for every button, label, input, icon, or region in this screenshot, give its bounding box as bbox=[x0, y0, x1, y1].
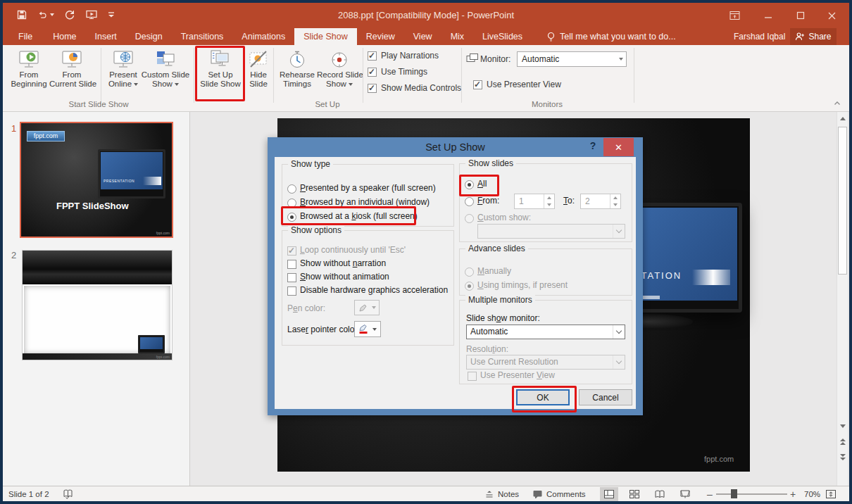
share-label: Share bbox=[808, 32, 831, 42]
tab-liveslides[interactable]: LiveSlides bbox=[473, 28, 532, 45]
notes-toggle[interactable]: Notes bbox=[484, 486, 519, 501]
hide-slide-button[interactable]: Hide Slide bbox=[246, 48, 271, 101]
label-to: To: bbox=[563, 196, 575, 206]
set-up-show-dialog: Set Up Show ? ✕ Show type Presented by a… bbox=[268, 137, 643, 415]
tab-view[interactable]: View bbox=[404, 28, 441, 45]
title-bar: 2088.ppt [Compatibility Mode] - PowerPoi… bbox=[3, 3, 849, 28]
ok-button[interactable]: OK bbox=[516, 389, 570, 405]
tv-band-thumb bbox=[143, 177, 161, 185]
tab-home[interactable]: Home bbox=[44, 28, 85, 45]
dropdown-caret-icon bbox=[134, 83, 138, 86]
zoom-in-icon[interactable]: + bbox=[790, 486, 796, 501]
zoom-slider-thumb[interactable] bbox=[731, 489, 737, 498]
tell-me-box[interactable]: Tell me what you want to do... bbox=[546, 28, 676, 45]
ribbon-display-options-button[interactable] bbox=[718, 3, 751, 28]
slide-show-view-button[interactable] bbox=[676, 487, 694, 501]
checkbox-show-without-animation[interactable] bbox=[287, 273, 296, 282]
scroll-up-icon[interactable] bbox=[838, 113, 848, 124]
radio-using-timings bbox=[465, 282, 474, 291]
quick-access-toolbar bbox=[15, 8, 115, 21]
present-online-button[interactable]: Present Online bbox=[104, 48, 142, 101]
customize-qat-icon[interactable] bbox=[107, 8, 115, 21]
slide-show-monitor-dropdown[interactable]: Automatic bbox=[466, 325, 625, 339]
reading-view-button[interactable] bbox=[651, 487, 669, 501]
checkbox-show-without-narration[interactable] bbox=[287, 260, 296, 269]
redo-icon[interactable] bbox=[63, 8, 76, 21]
cancel-button[interactable]: Cancel bbox=[579, 389, 632, 405]
start-slideshow-icon[interactable] bbox=[85, 8, 98, 21]
tell-me-label: Tell me what you want to do... bbox=[560, 32, 676, 42]
tab-mix[interactable]: Mix bbox=[441, 28, 473, 45]
tab-transitions[interactable]: Transitions bbox=[172, 28, 233, 45]
show-media-controls-checkbox[interactable]: Show Media Controls bbox=[368, 83, 461, 93]
save-icon[interactable] bbox=[15, 8, 28, 21]
share-button[interactable]: Share bbox=[790, 28, 837, 45]
from-beginning-button[interactable]: From Beginning bbox=[8, 48, 49, 101]
tab-review[interactable]: Review bbox=[357, 28, 404, 45]
record-slide-show-button[interactable]: Record Slide Show bbox=[317, 48, 362, 101]
tab-animations[interactable]: Animations bbox=[232, 28, 294, 45]
from-slide-spinner: 1 bbox=[514, 194, 555, 209]
dialog-close-button[interactable]: ✕ bbox=[603, 138, 634, 156]
fit-slide-to-window-icon[interactable] bbox=[825, 486, 837, 501]
use-presenter-view-checkbox[interactable]: Use Presenter View bbox=[473, 80, 561, 89]
maximize-button[interactable] bbox=[784, 3, 817, 28]
tab-insert[interactable]: Insert bbox=[86, 28, 126, 45]
normal-view-button[interactable] bbox=[600, 487, 618, 501]
radio-from-slides[interactable] bbox=[465, 197, 474, 206]
scroll-down-icon[interactable] bbox=[838, 421, 848, 431]
label-use-presenter-view-dialog: Use Presenter View bbox=[480, 370, 555, 380]
previous-slide-icon[interactable] bbox=[838, 436, 848, 447]
use-timings-checkbox[interactable]: Use Timings bbox=[368, 67, 427, 77]
radio-presented-by-speaker[interactable] bbox=[287, 184, 296, 194]
vertical-scrollbar[interactable] bbox=[837, 112, 848, 486]
checkbox-icon bbox=[368, 68, 377, 77]
monitor-dropdown[interactable]: Automatic bbox=[517, 51, 627, 67]
tab-design[interactable]: Design bbox=[126, 28, 172, 45]
group-label-start-slide-show: Start Slide Show bbox=[49, 100, 148, 108]
slide-1-thumbnail[interactable]: fppt.com PRESENTATION FPPT SlideShow fpp… bbox=[20, 122, 173, 238]
comments-toggle[interactable]: Comments bbox=[532, 486, 586, 501]
custom-slide-show-button[interactable]: Custom Slide Show bbox=[141, 48, 190, 101]
collapse-ribbon-icon[interactable] bbox=[832, 99, 842, 107]
next-slide-icon[interactable] bbox=[838, 452, 848, 462]
label-disable-hardware-acceleration: Disable hardware graphics acceleration bbox=[300, 285, 448, 295]
resolution-value: Use Current Resolution bbox=[470, 357, 558, 367]
hide-slide-icon bbox=[246, 49, 270, 70]
rehearse-timings-button[interactable]: Rehearse Timings bbox=[277, 48, 317, 101]
laser-pointer-color-button[interactable] bbox=[354, 321, 381, 337]
present-online-icon bbox=[111, 49, 135, 70]
set-up-slide-show-button[interactable]: Set Up Slide Show bbox=[199, 48, 242, 101]
tab-file[interactable]: File bbox=[7, 28, 44, 45]
checkbox-disable-hardware-acceleration[interactable] bbox=[287, 286, 296, 296]
custom-slide-show-icon bbox=[154, 49, 177, 70]
zoom-level[interactable]: 70% bbox=[804, 486, 820, 501]
spell-check-icon[interactable] bbox=[63, 486, 73, 501]
undo-caret-icon[interactable] bbox=[50, 13, 54, 16]
from-current-slide-button[interactable]: From Current Slide bbox=[49, 48, 94, 101]
zoom-slider-track[interactable] bbox=[716, 493, 787, 495]
dialog-help-button[interactable]: ? bbox=[586, 140, 600, 154]
scrollbar-thumb[interactable] bbox=[838, 127, 847, 275]
minimize-button[interactable] bbox=[752, 3, 784, 28]
label-from: From: bbox=[477, 196, 499, 206]
close-button[interactable] bbox=[815, 3, 848, 28]
user-name[interactable]: Farshad Iqbal bbox=[734, 28, 785, 45]
radio-all-slides[interactable] bbox=[465, 180, 474, 189]
window-title: 2088.ppt [Compatibility Mode] - PowerPoi… bbox=[338, 10, 514, 20]
zoom-out-icon[interactable]: – bbox=[707, 486, 713, 501]
status-bar: Slide 1 of 2 Notes Comments – + 70% bbox=[3, 486, 849, 501]
slide-sorter-view-button[interactable] bbox=[625, 487, 644, 501]
play-narrations-checkbox[interactable]: Play Narrations bbox=[368, 51, 439, 61]
slide-sorter-icon bbox=[629, 489, 640, 499]
custom-show-dropdown bbox=[477, 224, 625, 239]
radio-browsed-by-individual[interactable] bbox=[287, 199, 296, 208]
slide-2-thumbnail[interactable]: fppt.com bbox=[22, 250, 173, 360]
undo-icon[interactable] bbox=[37, 8, 54, 21]
label-slide-show-monitor: Slide show monitor: bbox=[466, 313, 540, 323]
tv-image-thumb2 bbox=[138, 335, 165, 353]
tab-slide-show[interactable]: Slide Show bbox=[294, 28, 357, 45]
radio-browsed-at-kiosk[interactable] bbox=[287, 213, 296, 222]
label-laser-pointer-color: Laser pointer color: bbox=[287, 325, 360, 334]
to-slide-value: 2 bbox=[585, 196, 590, 206]
